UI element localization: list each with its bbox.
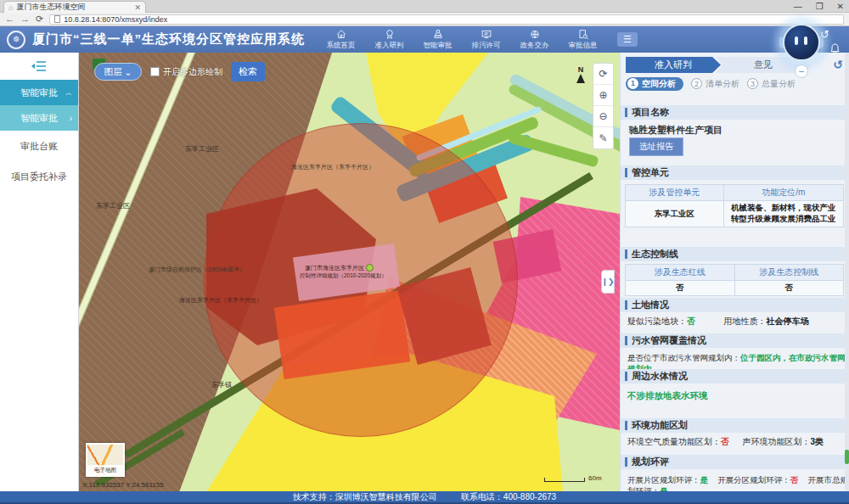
window-maximize-button[interactable]: ❐ [816, 2, 824, 11]
cell-unit: 东孚工业区 [626, 201, 724, 227]
home-icon [335, 29, 347, 40]
nav-item-access-judgement[interactable]: 准入研判 [365, 29, 413, 51]
control-unit-table: 涉及管控单元 功能定位/m 东孚工业区 机械装备、新材料，现状产业转型升级兼顾发… [625, 184, 844, 227]
sidebar-group-smart-approval[interactable]: 智能审批 ︿ [0, 80, 78, 105]
analysis-panel: 准入研判 意见 ↺ 1 空间分析 2 清单分析 3 总量分析 项目名称 驰胜发塑… [620, 53, 849, 491]
scale-line [544, 478, 585, 482]
browser-tab[interactable]: ⌂ 厦门市生态环境空间 ✕ [3, 1, 146, 13]
air-zone-value: 否 [721, 437, 729, 446]
nav-item-gov-dispatch[interactable]: 政务交办 [510, 29, 559, 51]
browser-reload-icon[interactable]: ⟳ [36, 14, 43, 24]
north-arrow-icon [576, 74, 585, 83]
footer-phone: 联系电话：400-880-2673 [461, 491, 556, 503]
step-total-analysis[interactable]: 3 总量分析 [747, 78, 796, 90]
sidebar-item-project-supplement[interactable]: 项目委托补录 [0, 161, 78, 192]
map-tools: ⟳ ⊕ ⊖ ✎ [593, 63, 614, 149]
map-label: 东孚工业区 [185, 144, 219, 154]
sidebar-item-approval-ledger[interactable]: 审批台账 [0, 131, 78, 161]
nav-item-home[interactable]: 系统首页 [317, 29, 365, 51]
scrollbar-thumb[interactable] [845, 450, 849, 464]
land-use-value: 社会停车场 [767, 316, 809, 326]
project-location-marker[interactable] [366, 264, 374, 272]
nav-item-pollution-permit[interactable]: 排污许可 [462, 29, 510, 51]
chevron-down-icon: ⌄ [125, 67, 132, 77]
noise-zone-value: 3类 [811, 437, 824, 446]
layer-button[interactable]: 图层 ⌄ [94, 63, 142, 81]
col-header: 涉及生态红线 [626, 265, 735, 281]
map-reset-icon[interactable]: ⟳ [593, 64, 613, 85]
project-name: 驰胜发塑料件生产项目 [629, 124, 722, 137]
step-spatial-analysis[interactable]: 1 空间分析 [626, 77, 683, 91]
district-eia-value: 是 [700, 475, 709, 484]
eco-line-table: 涉及生态红线 涉及生态控制线 否 否 [625, 264, 844, 296]
panel-undo-icon[interactable]: ↺ [833, 58, 843, 71]
land-status-row: 疑似污染地块：否 用地性质：社会停车场 [627, 316, 809, 328]
app-logo-icon: ✵ [7, 31, 25, 49]
sidebar-collapse-icon[interactable] [31, 59, 48, 75]
browser-forward-icon[interactable]: → [20, 14, 30, 24]
col-header: 涉及管控单元 [626, 185, 724, 201]
document-search-icon [577, 29, 589, 40]
robot-head [783, 24, 820, 61]
footer-bar: 技术支持：深圳博沃智慧科技有限公司 联系电话：400-880-2673 [0, 491, 849, 502]
browser-tab-strip: ⌂ 厦门市生态环境空间 ✕ — ❐ ✕ [0, 0, 849, 13]
nav-item-smart-approval[interactable]: 智能审批 [413, 29, 462, 51]
robot-eye-right [804, 36, 807, 45]
north-arrow: N [576, 66, 585, 83]
globe-icon [529, 29, 541, 40]
sidebar-item-smart-approval[interactable]: 智能审批 › [0, 105, 78, 131]
map-scale-bar: 60m [544, 474, 602, 482]
step-list-analysis[interactable]: 2 清单分析 [691, 78, 739, 90]
plan-eia-row: 开展片区规划环评：是 开展分区规划环评：否 开展市总规划环评：是 [627, 475, 849, 491]
section-sewage: 污水管网覆盖情况 [621, 333, 849, 348]
table-row: 否 否 [626, 281, 844, 296]
panel-scrollbar[interactable] [845, 53, 849, 491]
section-water: 周边水体情况 [621, 369, 849, 384]
map-label: 厦门市级自然保护区（2000米缓冲） [149, 266, 245, 274]
water-status-value: 不涉排放地表水环境 [627, 390, 708, 402]
assistant-minimize-button[interactable]: – [795, 64, 808, 78]
notification-bell-icon[interactable] [830, 42, 840, 57]
panel-expand-button[interactable]: ❙❯ [601, 270, 615, 294]
stamp-icon [432, 29, 444, 40]
zone-eia-value: 否 [790, 475, 799, 484]
browser-back-icon[interactable]: ← [5, 14, 14, 24]
tab-close-icon[interactable]: ✕ [134, 3, 141, 12]
zoom-in-icon[interactable]: ⊕ [593, 85, 613, 106]
nav-more-menu-icon[interactable]: ☰ [617, 32, 638, 47]
map-label: 厦门市海沧区东孚片区 [305, 264, 364, 272]
checkbox[interactable] [150, 67, 160, 76]
map-label: 东孚镇 [211, 380, 232, 389]
url-input[interactable]: 10.8.28.14:8070/xmsxyd/index [49, 14, 844, 25]
window-close-button[interactable]: ✕ [837, 2, 844, 11]
section-control-unit: 管控单元 [621, 165, 849, 180]
chevron-up-icon: ︿ [65, 88, 72, 98]
section-plan-eia: 规划环评 [621, 455, 849, 469]
page-icon [54, 15, 60, 23]
zoom-out-icon[interactable]: ⊖ [593, 106, 613, 127]
cell-controlline: 否 [734, 281, 844, 296]
section-env-zone: 环境功能区划 [621, 418, 849, 433]
window-minimize-button[interactable]: — [794, 2, 802, 11]
tab-favicon-icon: ⌂ [8, 3, 13, 12]
site-report-button[interactable]: 选址报告 [629, 137, 683, 156]
cell-function: 机械装备、新材料，现状产业转型升级兼顾发展消费品工业 [723, 201, 843, 227]
sidebar: 智能审批 ︿ 智能审批 › 审批台账 项目委托补录 [0, 53, 79, 491]
measure-icon[interactable]: ✎ [593, 127, 613, 148]
col-header: 功能定位/m [723, 185, 843, 201]
nav-item-approval-info[interactable]: 审批信息 [559, 29, 607, 51]
monitor-icon [481, 29, 492, 40]
draw-polygon-checkbox[interactable]: 开启多边形绘制 [150, 66, 222, 78]
app-header: ✵ 厦门市“三线一单”生态环境分区管控应用系统 系统首页 准入研判 智能审批 排… [0, 26, 849, 53]
basemap-switcher[interactable]: 电子地图 [86, 443, 125, 477]
step-indicator: 1 空间分析 2 清单分析 3 总量分析 [626, 76, 796, 91]
search-button[interactable]: 检索 [231, 62, 265, 81]
tab-access-judgement[interactable]: 准入研判 [626, 57, 721, 73]
footer-support: 技术支持：深圳博沃智慧科技有限公司 [293, 491, 437, 503]
table-row: 东孚工业区 机械装备、新材料，现状产业转型升级兼顾发展消费品工业 [626, 201, 844, 227]
ai-assistant-robot[interactable] [778, 20, 829, 70]
polluted-plot-value: 否 [687, 316, 695, 326]
map-canvas[interactable]: 东孚工业区 东孚工业区 海沧区东孚片区（东孚干片区） 厦门市级自然保护区（200… [79, 53, 620, 492]
map-label: 控制性详细规划（2010-2020规划） [300, 272, 387, 280]
top-navigation: 系统首页 准入研判 智能审批 排污许可 政务交办 审批信息 [317, 29, 607, 51]
